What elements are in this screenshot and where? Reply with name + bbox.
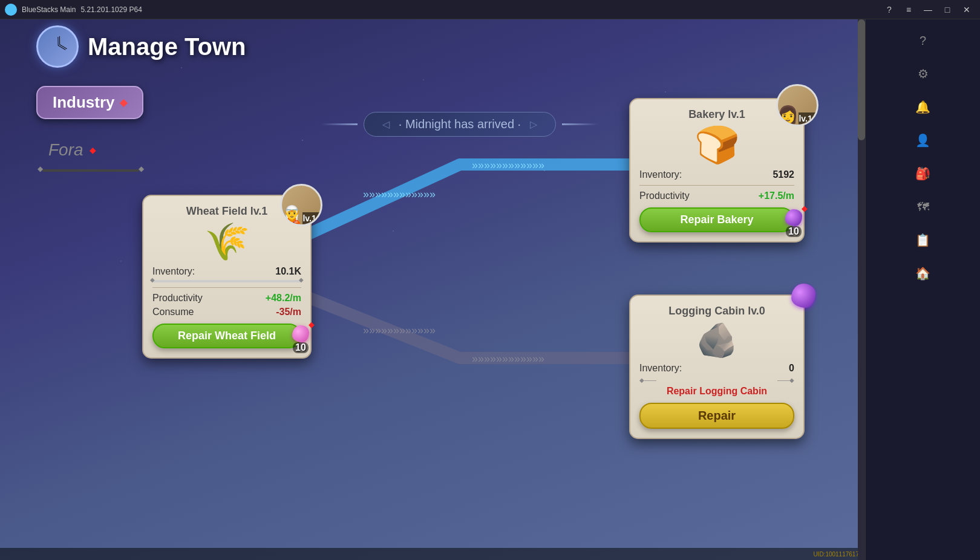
sidebar-icon-map[interactable]: 🗺 bbox=[908, 192, 938, 222]
wheat-card-divider bbox=[152, 287, 301, 288]
repair-wheat-cost: ◆ 10 bbox=[292, 325, 309, 353]
bread-icon: 🍞 bbox=[639, 127, 794, 163]
wheat-consume-label: Consume bbox=[152, 307, 194, 317]
repair-wheat-label: Repair Wheat Field bbox=[178, 330, 276, 342]
banner-right-arrow bbox=[562, 123, 598, 125]
bluestacks-logo bbox=[5, 4, 17, 16]
sidebar-icon-quests[interactable]: 📋 bbox=[908, 225, 938, 255]
sidebar-icon-home[interactable]: 🏠 bbox=[908, 258, 938, 288]
wheat-gem-icon bbox=[292, 325, 309, 342]
bakery-card: 👩 lv.16 Bakery lv.1 🍞 Inventory: 5192 Pr… bbox=[629, 98, 805, 243]
logging-inventory-value: 0 bbox=[789, 363, 794, 374]
repair-logging-label: Repair Logging Cabin bbox=[639, 386, 794, 397]
repair-wheat-button[interactable]: Repair Wheat Field ◆ 10 bbox=[152, 324, 301, 348]
industry-diamond-icon: ◆ bbox=[120, 97, 127, 108]
banner-chevron-right: ▷ bbox=[530, 119, 537, 130]
wheat-consume-stat: Consume -35/m bbox=[152, 307, 301, 317]
wheat-productivity-stat: Productivity +48.2/m bbox=[152, 293, 301, 304]
midnight-text-container: ◁ · Midnight has arrived · ▷ bbox=[364, 112, 556, 137]
close-button[interactable]: ✕ bbox=[958, 4, 975, 16]
sidebar-icon-notifications[interactable]: 🔔 bbox=[908, 92, 938, 122]
logging-gem-decoration bbox=[791, 284, 815, 308]
repair-bakery-label: Repair Bakery bbox=[680, 213, 753, 226]
page-title: Manage Town bbox=[88, 33, 246, 60]
wheat-field-card: 🧝 lv.16 Wheat Field lv.1 🌾 Inventory: 10… bbox=[142, 195, 312, 359]
bakery-productivity-label: Productivity bbox=[639, 190, 690, 201]
bakery-productivity-value: +17.5/m bbox=[759, 190, 794, 201]
window-title-text: BlueStacks Main bbox=[22, 5, 76, 14]
window-chrome: BlueStacks Main 5.21.201.1029 P64 ? ≡ — … bbox=[0, 0, 980, 19]
log-icon: 🪨 bbox=[639, 324, 794, 357]
industry-button[interactable]: Industry ◆ bbox=[36, 86, 143, 119]
wheat-consume-value: -35/m bbox=[276, 307, 301, 317]
midnight-banner: ◁ · Midnight has arrived · ▷ bbox=[321, 109, 599, 139]
banner-chevron-left: ◁ bbox=[382, 119, 390, 130]
fora-progress-bar bbox=[42, 169, 139, 172]
bar-left-arrow: ◆—— bbox=[639, 377, 656, 383]
bakery-repair-cost-number: 10 bbox=[786, 226, 802, 237]
maximize-button[interactable]: □ bbox=[939, 4, 956, 16]
repair-bakery-button[interactable]: Repair Bakery ◆ 10 bbox=[639, 207, 794, 232]
help-button[interactable]: ? bbox=[881, 4, 898, 16]
game-area: 《 Manage Town Industry ◆ Fora ◆ ◁ · Midn… bbox=[0, 19, 865, 560]
sidebar-icon-inventory[interactable]: 🎒 bbox=[908, 158, 938, 189]
wheat-productivity-value: +48.2/m bbox=[266, 293, 301, 304]
repair-bakery-cost: ◆ 10 bbox=[785, 209, 802, 237]
bar-right-arrow: ——◆ bbox=[777, 377, 794, 383]
sidebar-icon-settings[interactable]: ⚙ bbox=[908, 59, 938, 89]
bakery-inventory-label: Inventory: bbox=[639, 169, 682, 180]
scrollbar-thumb[interactable] bbox=[858, 19, 865, 140]
bakery-header: Bakery lv.1 bbox=[639, 108, 794, 121]
wheat-repair-cost-number: 10 bbox=[293, 342, 309, 353]
wheat-icon: 🌾 bbox=[152, 224, 301, 260]
fora-label-area: Fora ◆ bbox=[48, 140, 96, 160]
bakery-inventory-value: 5192 bbox=[773, 169, 794, 180]
scrollbar-track[interactable] bbox=[858, 19, 865, 560]
midnight-text: · Midnight has arrived · bbox=[399, 117, 521, 131]
logging-bar-decorations: ◆—— ——◆ bbox=[639, 377, 794, 383]
wheat-gem-diamond: ◆ bbox=[309, 321, 314, 329]
fora-diamond-icon: ◆ bbox=[90, 145, 96, 155]
wheat-field-avatar: 🧝 lv.16 bbox=[280, 184, 322, 226]
logging-cabin-header: Logging Cabin lv.0 bbox=[639, 305, 794, 317]
wheat-inventory-value: 10.1K bbox=[275, 266, 301, 277]
title-icon: 《 bbox=[36, 25, 79, 68]
wheat-inventory-bar bbox=[152, 280, 301, 282]
banner-left-arrow bbox=[321, 123, 358, 125]
bakery-inventory-stat: Inventory: 5192 bbox=[639, 169, 794, 180]
window-controls: ? ≡ — □ ✕ bbox=[881, 4, 980, 16]
wheat-productivity-label: Productivity bbox=[152, 293, 203, 304]
bakery-avatar: 👩 lv.16 bbox=[776, 84, 818, 126]
repair-logging-button[interactable]: Repair bbox=[639, 403, 794, 429]
minimize-button[interactable]: — bbox=[920, 4, 936, 16]
repair-logging-button-label: Repair bbox=[698, 409, 736, 422]
bottom-status-bar: UID:1001117617 bbox=[0, 548, 865, 560]
logging-gem-icon bbox=[791, 284, 815, 308]
window-title-area: BlueStacks Main 5.21.201.1029 P64 bbox=[0, 4, 142, 16]
bakery-card-divider bbox=[639, 185, 794, 186]
back-arrows-icon: 《 bbox=[44, 33, 70, 61]
uid-text: UID:1001117617 bbox=[813, 551, 859, 558]
bakery-gem-diamond: ◆ bbox=[802, 204, 807, 213]
bakery-productivity-stat: Productivity +17.5/m bbox=[639, 190, 794, 201]
wheat-inventory-stat: Inventory: 10.1K bbox=[152, 266, 301, 277]
wheat-field-header: Wheat Field lv.1 bbox=[152, 205, 301, 218]
bakery-gem-icon bbox=[785, 209, 802, 226]
window-version-text: 5.21.201.1029 P64 bbox=[80, 5, 142, 14]
logging-inventory-label: Inventory: bbox=[639, 363, 682, 374]
logging-inventory-stat: Inventory: 0 bbox=[639, 363, 794, 374]
right-sidebar: ? ⚙ 🔔 👤 🎒 🗺 📋 🏠 bbox=[865, 19, 980, 560]
sidebar-icon-profile[interactable]: 👤 bbox=[908, 125, 938, 155]
fora-text: Fora bbox=[48, 140, 83, 160]
wheat-inventory-label: Inventory: bbox=[152, 266, 195, 277]
logging-cabin-card: Logging Cabin lv.0 🪨 Inventory: 0 ◆—— ——… bbox=[629, 295, 805, 439]
title-bar: 《 Manage Town bbox=[36, 25, 246, 68]
industry-label: Industry bbox=[53, 93, 115, 112]
sidebar-icon-help[interactable]: ? bbox=[908, 25, 938, 56]
menu-button[interactable]: ≡ bbox=[900, 4, 917, 16]
